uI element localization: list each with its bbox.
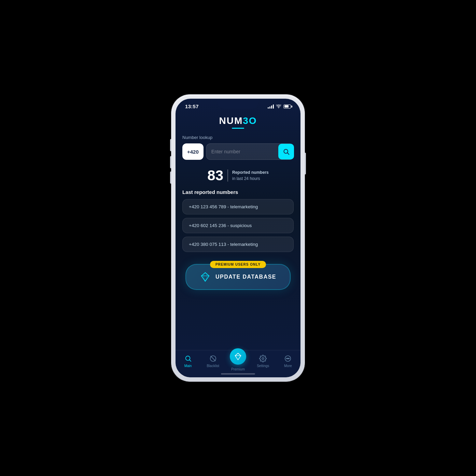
phone-screen: 13:57 <box>176 99 300 377</box>
tab-premium-label: Premium <box>231 367 245 371</box>
status-icons <box>268 104 291 109</box>
svg-marker-2 <box>201 272 209 281</box>
svg-point-20 <box>289 358 290 359</box>
signal-icon <box>268 104 274 109</box>
svg-point-16 <box>262 358 264 360</box>
diamond-tab-icon <box>234 352 242 361</box>
search-button[interactable] <box>278 144 294 159</box>
lookup-section: Number lookup +420 <box>176 131 300 162</box>
status-time: 13:57 <box>185 103 199 109</box>
update-db-label: UPDATE DATABASE <box>215 274 276 280</box>
svg-marker-3 <box>201 272 209 276</box>
tab-settings[interactable]: Settings <box>251 354 276 368</box>
stats-number: 83 <box>207 167 223 184</box>
reported-section: Last reported numbers +420 123 456 789 -… <box>176 185 300 257</box>
tab-blacklist-label: Blacklist <box>207 364 219 368</box>
lookup-row: +420 <box>182 143 294 160</box>
stats-text: Reported numbers in last 24 hours <box>232 169 269 182</box>
lookup-label: Number lookup <box>182 135 294 140</box>
premium-section: PREMIUM USERS ONLY UPDATE DATABASE <box>176 257 300 295</box>
country-code-button[interactable]: +420 <box>182 143 204 160</box>
reported-item-1[interactable]: +420 123 456 789 - telemarketing <box>182 199 294 214</box>
reported-item-2[interactable]: +420 602 145 236 - suspicious <box>182 218 294 233</box>
tab-settings-label: Settings <box>257 364 269 368</box>
svg-point-19 <box>288 358 288 359</box>
logo-text: NUM3O <box>219 115 257 126</box>
home-indicator <box>221 373 255 375</box>
svg-line-5 <box>205 276 209 281</box>
stats-row: 83 Reported numbers in last 24 hours <box>176 162 300 185</box>
more-tab-icon <box>284 354 292 363</box>
settings-tab-icon <box>259 354 267 363</box>
svg-line-4 <box>201 276 205 281</box>
stats-divider <box>227 169 228 182</box>
svg-line-1 <box>288 153 289 155</box>
svg-point-18 <box>286 358 287 359</box>
diamond-icon <box>200 271 211 282</box>
svg-line-13 <box>211 356 215 361</box>
svg-line-11 <box>190 360 191 361</box>
reported-item-3[interactable]: +420 380 075 113 - telemarketing <box>182 237 294 252</box>
notch <box>218 99 258 108</box>
battery-icon <box>283 104 291 109</box>
logo-underline <box>232 128 244 129</box>
app-content: NUM3O Number lookup +420 <box>176 111 300 377</box>
tab-more-label: More <box>284 364 292 368</box>
premium-tab-circle <box>230 348 246 365</box>
phone-frame: 13:57 <box>171 95 305 381</box>
reported-label: Last reported numbers <box>182 189 294 195</box>
main-tab-icon <box>184 354 192 363</box>
number-input-wrap <box>206 143 294 160</box>
tab-more[interactable]: More <box>276 354 300 368</box>
svg-marker-14 <box>235 353 241 360</box>
blacklist-tab-icon <box>209 354 217 363</box>
tab-main[interactable]: Main <box>176 354 200 368</box>
wifi-icon <box>276 104 281 109</box>
tab-main-label: Main <box>184 364 192 368</box>
premium-badge: PREMIUM USERS ONLY <box>210 261 266 268</box>
tab-premium[interactable]: Premium <box>225 354 250 371</box>
svg-marker-15 <box>235 353 241 355</box>
logo: NUM3O <box>219 115 257 126</box>
tab-blacklist[interactable]: Blacklist <box>200 354 225 368</box>
search-icon <box>283 148 290 155</box>
app-header: NUM3O <box>176 111 300 131</box>
